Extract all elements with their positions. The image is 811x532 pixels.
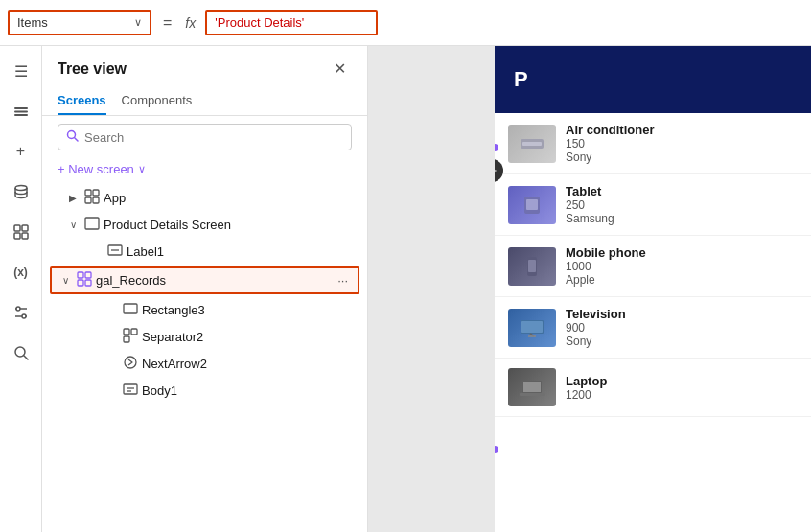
tree-panel-title: Tree view [58, 60, 127, 78]
product-price: 1200 [566, 388, 798, 402]
tree-header: Tree view ✕ [42, 46, 367, 87]
svg-rect-1 [14, 111, 28, 113]
search-icon [66, 129, 79, 145]
svg-rect-24 [85, 272, 91, 278]
insert-icon-btn[interactable] [4, 215, 38, 249]
app-icon [83, 189, 101, 207]
node-gal-records-label: gal_Records [96, 273, 331, 288]
tree-search [42, 116, 367, 158]
node-screen-label: Product Details Screen [104, 218, 359, 232]
edit-handle[interactable]: ✏ [495, 159, 503, 182]
product-price: 250 [566, 198, 798, 212]
gal-records-icon [76, 271, 93, 289]
tree-node-rectangle3[interactable]: Rectangle3 [42, 296, 367, 323]
svg-rect-2 [14, 114, 28, 116]
svg-rect-29 [131, 329, 137, 335]
product-name: Television [566, 307, 798, 321]
svg-rect-42 [521, 321, 543, 333]
canvas-area: ✏ P Air conditioner 150 Sony [368, 46, 811, 532]
tree-close-button[interactable]: ✕ [328, 58, 352, 80]
product-item-phone[interactable]: Mobile phone 1000 Apple [495, 236, 811, 297]
product-thumb-laptop [508, 368, 556, 406]
product-info-laptop: Laptop 1200 [566, 374, 798, 402]
node-body1-label: Body1 [142, 383, 359, 398]
main-layout: ☰ + (x) Tree view ✕ Screens Components [0, 46, 811, 532]
separator2-icon [122, 328, 139, 346]
fx-icon: fx [183, 15, 197, 31]
app-preview: ✏ P Air conditioner 150 Sony [495, 46, 811, 532]
more-options-icon[interactable]: ··· [334, 273, 352, 288]
sidebar-icons: ☰ + (x) [0, 46, 42, 532]
expand-icon: ▶ [65, 193, 81, 203]
node-label1-label: Label1 [127, 244, 359, 259]
add-icon-btn[interactable]: + [4, 134, 38, 169]
tree-node-product-details-screen[interactable]: ∨ Product Details Screen [42, 211, 367, 238]
product-thumb-airconditioner [508, 125, 556, 163]
svg-point-9 [16, 307, 20, 311]
product-item-laptop[interactable]: Laptop 1200 [495, 359, 811, 417]
expand-icon: ∨ [65, 220, 81, 230]
tree-node-body1[interactable]: Body1 [42, 377, 367, 404]
new-screen-arrow-icon: ∨ [138, 163, 146, 175]
items-dropdown[interactable]: Items ∨ [8, 10, 151, 35]
product-list: Air conditioner 150 Sony Tablet 250 Sams… [495, 113, 811, 417]
tree-panel: Tree view ✕ Screens Components + New scr… [42, 46, 368, 532]
svg-rect-5 [22, 225, 28, 231]
tree-content: ▶ App ∨ Product Details Screen [42, 184, 367, 532]
new-screen-button[interactable]: + New screen ∨ [42, 158, 367, 184]
svg-rect-27 [124, 304, 137, 313]
svg-rect-36 [522, 142, 542, 146]
variables-icon-btn[interactable]: (x) [4, 255, 38, 289]
svg-rect-18 [85, 197, 91, 203]
svg-rect-38 [526, 199, 538, 210]
new-screen-label: + New screen [58, 162, 134, 176]
tab-screens[interactable]: Screens [58, 87, 106, 115]
tree-node-gal-records[interactable]: ∨ gal_Records ··· [50, 266, 359, 294]
svg-rect-28 [124, 329, 129, 335]
product-item-tablet[interactable]: Tablet 250 Samsung [495, 174, 811, 236]
product-info-tv: Television 900 Sony [566, 307, 798, 348]
product-brand: Samsung [566, 212, 798, 225]
rectangle3-icon [122, 301, 139, 319]
product-price: 900 [566, 321, 798, 335]
connect-dot-bottom[interactable] [495, 444, 500, 455]
svg-rect-25 [78, 280, 83, 286]
svg-rect-16 [85, 190, 91, 196]
product-item-tv[interactable]: Television 900 Sony [495, 297, 811, 359]
svg-rect-20 [85, 218, 99, 229]
product-item-airconditioner[interactable]: Air conditioner 150 Sony [495, 113, 811, 174]
tree-tabs: Screens Components [42, 87, 367, 116]
equals-sign: = [159, 14, 175, 32]
product-brand: Sony [566, 150, 798, 164]
search-input[interactable] [84, 130, 343, 145]
app-header: P [495, 46, 811, 113]
node-nextarrow2-label: NextArrow2 [142, 357, 359, 371]
search-box[interactable] [58, 124, 352, 150]
svg-rect-30 [124, 336, 129, 342]
layers-icon-btn[interactable] [4, 94, 38, 128]
tree-node-separator2[interactable]: Separator2 [42, 323, 367, 350]
svg-rect-0 [14, 107, 28, 109]
product-info-phone: Mobile phone 1000 Apple [566, 245, 798, 287]
svg-rect-26 [85, 280, 91, 286]
tree-node-nextarrow2[interactable]: NextArrow2 [42, 350, 367, 377]
search-icon-btn[interactable] [4, 335, 38, 370]
tab-components[interactable]: Components [122, 87, 193, 115]
dropdown-label: Items [17, 15, 130, 30]
product-name: Mobile phone [566, 245, 798, 260]
body1-icon [122, 382, 139, 400]
node-rectangle3-label: Rectangle3 [142, 303, 359, 317]
hamburger-icon-btn[interactable]: ☰ [4, 54, 38, 88]
tree-node-app[interactable]: ▶ App [42, 184, 367, 211]
controls-icon-btn[interactable] [4, 295, 38, 330]
node-app-label: App [104, 191, 359, 205]
tree-node-label1[interactable]: Label1 [42, 238, 367, 265]
svg-line-15 [75, 138, 79, 142]
top-bar: Items ∨ = fx 'Product Details' [0, 0, 811, 46]
dropdown-arrow-icon: ∨ [134, 16, 142, 29]
formula-bar[interactable]: 'Product Details' [205, 10, 378, 35]
app-header-text: P [514, 67, 528, 92]
database-icon-btn[interactable] [4, 174, 38, 209]
svg-point-11 [22, 314, 26, 318]
svg-rect-17 [93, 190, 99, 196]
